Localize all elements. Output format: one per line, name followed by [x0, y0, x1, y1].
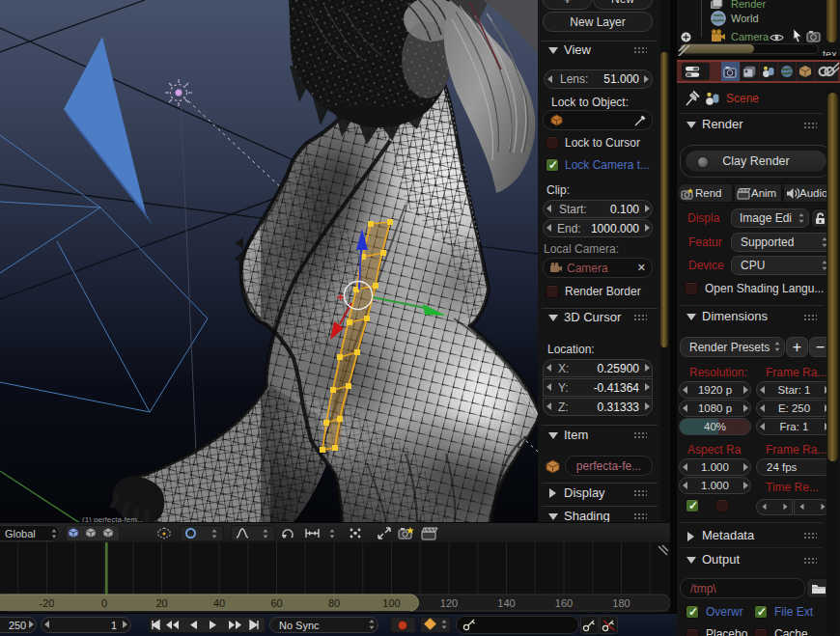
svg-text:140: 140: [497, 597, 515, 609]
svg-text:0: 0: [101, 597, 107, 609]
svg-text:160: 160: [555, 597, 573, 609]
svg-text:100: 100: [382, 597, 400, 609]
svg-text:40: 40: [213, 597, 225, 609]
svg-text:-20: -20: [40, 597, 55, 609]
svg-text:20: 20: [155, 597, 167, 609]
svg-text:60: 60: [270, 597, 282, 609]
svg-text:120: 120: [440, 597, 458, 609]
svg-text:80: 80: [328, 597, 340, 609]
svg-text:180: 180: [612, 597, 630, 609]
